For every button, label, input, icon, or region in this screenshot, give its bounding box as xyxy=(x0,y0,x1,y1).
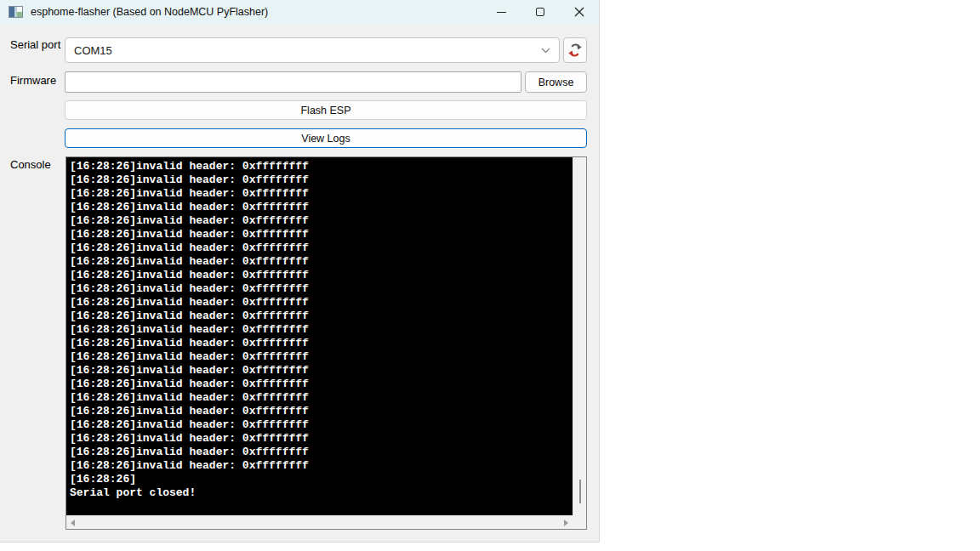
view-logs-button[interactable]: View Logs xyxy=(65,128,587,148)
console-line: [16:28:26]invalid header: 0xffffffff xyxy=(70,446,569,459)
titlebar: esphome-flasher (Based on NodeMCU PyFlas… xyxy=(0,0,599,24)
console-line: [16:28:26]invalid header: 0xffffffff xyxy=(70,187,569,201)
minimize-icon xyxy=(497,12,506,13)
console-line: [16:28:26]invalid header: 0xffffffff xyxy=(70,350,569,364)
close-icon xyxy=(574,7,584,17)
firmware-label: Firmware xyxy=(10,74,56,87)
console-line: [16:28:26]invalid header: 0xffffffff xyxy=(70,323,569,337)
window-controls xyxy=(481,0,599,24)
desktop: esphome-flasher (Based on NodeMCU PyFlas… xyxy=(0,0,980,551)
console-line: [16:28:26]invalid header: 0xffffffff xyxy=(70,282,569,296)
console-line: [16:28:26]invalid header: 0xffffffff xyxy=(70,214,569,228)
serial-port-value: COM15 xyxy=(74,44,541,57)
console-horizontal-scrollbar[interactable] xyxy=(66,515,573,529)
vertical-scrollbar-thumb[interactable] xyxy=(579,480,581,503)
console-line: [16:28:26]invalid header: 0xffffffff xyxy=(70,405,569,418)
console-line: [16:28:26]invalid header: 0xffffffff xyxy=(70,391,569,405)
app-window: esphome-flasher (Based on NodeMCU PyFlas… xyxy=(0,0,600,542)
console-line: [16:28:26]invalid header: 0xffffffff xyxy=(70,418,569,432)
console-line: [16:28:26]invalid header: 0xffffffff xyxy=(70,296,569,310)
serial-port-label: Serial port xyxy=(10,38,60,51)
app-icon xyxy=(9,6,23,18)
console-line: [16:28:26]invalid header: 0xffffffff xyxy=(70,241,569,255)
maximize-icon xyxy=(536,8,544,16)
refresh-icon xyxy=(567,42,584,59)
refresh-ports-button[interactable] xyxy=(563,37,587,63)
minimize-button[interactable] xyxy=(481,0,521,24)
console-label: Console xyxy=(10,158,51,171)
scroll-right-arrow-icon[interactable] xyxy=(564,520,568,526)
console-line: [16:28:26]invalid header: 0xffffffff xyxy=(70,160,569,173)
console-line: [16:28:26]invalid header: 0xffffffff xyxy=(70,364,569,378)
console-line: Serial port closed! xyxy=(70,486,569,500)
console-line: [16:28:26]invalid header: 0xffffffff xyxy=(70,269,569,282)
flash-esp-button[interactable]: Flash ESP xyxy=(65,100,587,120)
console-output[interactable]: [16:28:26]invalid header: 0xffffffff[16:… xyxy=(66,157,573,515)
scroll-left-arrow-icon[interactable] xyxy=(71,520,75,526)
console-line: [16:28:26]invalid header: 0xffffffff xyxy=(70,378,569,391)
console-line: [16:28:26] xyxy=(70,473,569,486)
close-button[interactable] xyxy=(560,0,599,24)
firmware-input[interactable] xyxy=(65,71,521,93)
maximize-button[interactable] xyxy=(521,0,560,24)
console-line: [16:28:26]invalid header: 0xffffffff xyxy=(70,255,569,269)
console-vertical-scrollbar[interactable] xyxy=(573,157,586,515)
console-widget: [16:28:26]invalid header: 0xffffffff[16:… xyxy=(66,156,587,530)
console-line: [16:28:26]invalid header: 0xffffffff xyxy=(70,432,569,446)
serial-port-combobox[interactable]: COM15 xyxy=(65,37,560,63)
console-line: [16:28:26]invalid header: 0xffffffff xyxy=(70,337,569,350)
browse-button[interactable]: Browse xyxy=(525,71,587,93)
console-line: [16:28:26]invalid header: 0xffffffff xyxy=(70,310,569,323)
console-line: [16:28:26]invalid header: 0xffffffff xyxy=(70,201,569,214)
scrollbar-corner xyxy=(573,515,586,529)
chevron-down-icon xyxy=(541,48,550,54)
window-title: esphome-flasher (Based on NodeMCU PyFlas… xyxy=(31,6,268,18)
console-line: [16:28:26]invalid header: 0xffffffff xyxy=(70,459,569,473)
console-line: [16:28:26]invalid header: 0xffffffff xyxy=(70,228,569,241)
console-line: [16:28:26]invalid header: 0xffffffff xyxy=(70,173,569,187)
